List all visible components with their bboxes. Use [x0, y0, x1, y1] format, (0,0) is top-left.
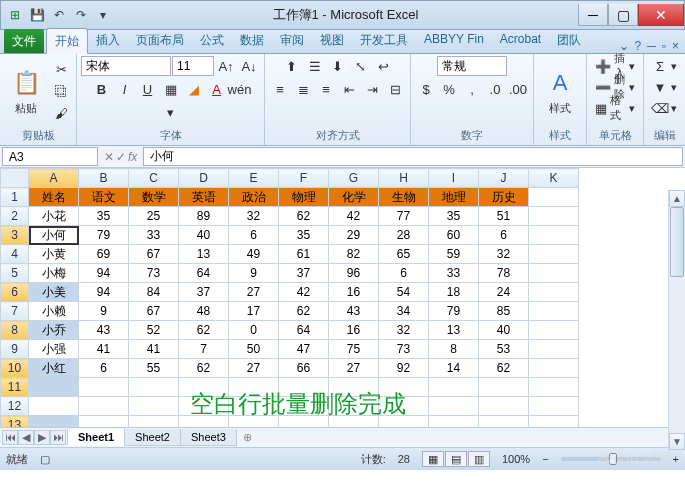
- view-layout-icon[interactable]: ▤: [445, 451, 467, 467]
- tab-审阅[interactable]: 审阅: [272, 28, 312, 53]
- paste-button[interactable]: 📋 粘贴: [4, 59, 48, 125]
- cell-G6[interactable]: 16: [329, 283, 379, 302]
- cell-F3[interactable]: 35: [279, 226, 329, 245]
- col-header-I[interactable]: I: [429, 169, 479, 188]
- bold-button[interactable]: B: [91, 79, 113, 99]
- cell-E1[interactable]: 政治: [229, 188, 279, 207]
- col-header-K[interactable]: K: [529, 169, 579, 188]
- cell-J13[interactable]: [479, 416, 529, 429]
- cell-C10[interactable]: 55: [129, 359, 179, 378]
- increase-indent-icon[interactable]: ⇥: [361, 79, 383, 99]
- sheet-last-icon[interactable]: ⏭: [50, 430, 66, 445]
- cell-B6[interactable]: 94: [79, 283, 129, 302]
- cell-F12[interactable]: [279, 397, 329, 416]
- cell-B10[interactable]: 6: [79, 359, 129, 378]
- cell-G3[interactable]: 29: [329, 226, 379, 245]
- merge-icon[interactable]: ⊟: [384, 79, 406, 99]
- cell-G11[interactable]: [329, 378, 379, 397]
- fx-icon[interactable]: fx: [128, 150, 137, 164]
- sheet-next-icon[interactable]: ▶: [34, 430, 50, 445]
- align-center-icon[interactable]: ≣: [292, 79, 314, 99]
- zoom-slider[interactable]: [561, 457, 661, 461]
- cell-J5[interactable]: 78: [479, 264, 529, 283]
- phonetic-button[interactable]: wén: [229, 79, 251, 99]
- cell-K7[interactable]: [529, 302, 579, 321]
- cell-H6[interactable]: 54: [379, 283, 429, 302]
- cell-A6[interactable]: 小美: [29, 283, 79, 302]
- doc-restore-icon[interactable]: ▫: [662, 39, 666, 53]
- cell-E2[interactable]: 32: [229, 207, 279, 226]
- cell-F2[interactable]: 62: [279, 207, 329, 226]
- cell-I12[interactable]: [429, 397, 479, 416]
- cell-J6[interactable]: 24: [479, 283, 529, 302]
- scroll-up-icon[interactable]: ▲: [669, 190, 685, 207]
- col-header-B[interactable]: B: [79, 169, 129, 188]
- cell-K1[interactable]: [529, 188, 579, 207]
- cell-I11[interactable]: [429, 378, 479, 397]
- tab-开发工具[interactable]: 开发工具: [352, 28, 416, 53]
- close-button[interactable]: ✕: [638, 4, 684, 26]
- cell-E8[interactable]: 0: [229, 321, 279, 340]
- cell-F6[interactable]: 42: [279, 283, 329, 302]
- cell-G10[interactable]: 27: [329, 359, 379, 378]
- border-button[interactable]: ▦: [160, 79, 182, 99]
- row-header-12[interactable]: 12: [1, 397, 29, 416]
- zoom-thumb[interactable]: [609, 453, 617, 465]
- cell-E9[interactable]: 50: [229, 340, 279, 359]
- cell-D1[interactable]: 英语: [179, 188, 229, 207]
- cell-K10[interactable]: [529, 359, 579, 378]
- autosum-button[interactable]: Σ▾: [648, 56, 681, 76]
- cell-D9[interactable]: 7: [179, 340, 229, 359]
- cell-D10[interactable]: 62: [179, 359, 229, 378]
- border-more-icon[interactable]: ▾: [160, 102, 182, 122]
- fill-color-button[interactable]: ◢: [183, 79, 205, 99]
- cell-E5[interactable]: 9: [229, 264, 279, 283]
- cell-J1[interactable]: 历史: [479, 188, 529, 207]
- tab-公式[interactable]: 公式: [192, 28, 232, 53]
- cell-B5[interactable]: 94: [79, 264, 129, 283]
- formula-input[interactable]: 小何: [143, 147, 683, 166]
- cell-I4[interactable]: 59: [429, 245, 479, 264]
- save-icon[interactable]: 💾: [27, 5, 47, 25]
- new-sheet-icon[interactable]: ⊕: [237, 431, 258, 444]
- number-format-select[interactable]: 常规: [437, 56, 507, 76]
- undo-icon[interactable]: ↶: [49, 5, 69, 25]
- cell-J2[interactable]: 51: [479, 207, 529, 226]
- cell-K3[interactable]: [529, 226, 579, 245]
- cell-K9[interactable]: [529, 340, 579, 359]
- cell-A12[interactable]: [29, 397, 79, 416]
- cell-C11[interactable]: [129, 378, 179, 397]
- tab-页面布局[interactable]: 页面布局: [128, 28, 192, 53]
- cell-C13[interactable]: [129, 416, 179, 429]
- cell-D11[interactable]: [179, 378, 229, 397]
- decrease-decimal-icon[interactable]: .00: [507, 79, 529, 99]
- cell-G9[interactable]: 75: [329, 340, 379, 359]
- cell-A8[interactable]: 小乔: [29, 321, 79, 340]
- cell-H1[interactable]: 生物: [379, 188, 429, 207]
- cell-B8[interactable]: 43: [79, 321, 129, 340]
- cell-D6[interactable]: 37: [179, 283, 229, 302]
- cell-A11[interactable]: [29, 378, 79, 397]
- minimize-button[interactable]: ─: [578, 4, 608, 26]
- col-header-C[interactable]: C: [129, 169, 179, 188]
- cell-I5[interactable]: 33: [429, 264, 479, 283]
- decrease-indent-icon[interactable]: ⇤: [338, 79, 360, 99]
- cell-E4[interactable]: 49: [229, 245, 279, 264]
- col-header-E[interactable]: E: [229, 169, 279, 188]
- cell-A1[interactable]: 姓名: [29, 188, 79, 207]
- cell-K8[interactable]: [529, 321, 579, 340]
- cell-K4[interactable]: [529, 245, 579, 264]
- cell-I3[interactable]: 60: [429, 226, 479, 245]
- italic-button[interactable]: I: [114, 79, 136, 99]
- row-header-8[interactable]: 8: [1, 321, 29, 340]
- cell-G8[interactable]: 16: [329, 321, 379, 340]
- align-bottom-icon[interactable]: ⬇: [327, 56, 349, 76]
- cell-F10[interactable]: 66: [279, 359, 329, 378]
- cell-D4[interactable]: 13: [179, 245, 229, 264]
- col-header-D[interactable]: D: [179, 169, 229, 188]
- col-header-A[interactable]: A: [29, 169, 79, 188]
- cell-H9[interactable]: 73: [379, 340, 429, 359]
- cell-B13[interactable]: [79, 416, 129, 429]
- cell-J7[interactable]: 85: [479, 302, 529, 321]
- row-header-9[interactable]: 9: [1, 340, 29, 359]
